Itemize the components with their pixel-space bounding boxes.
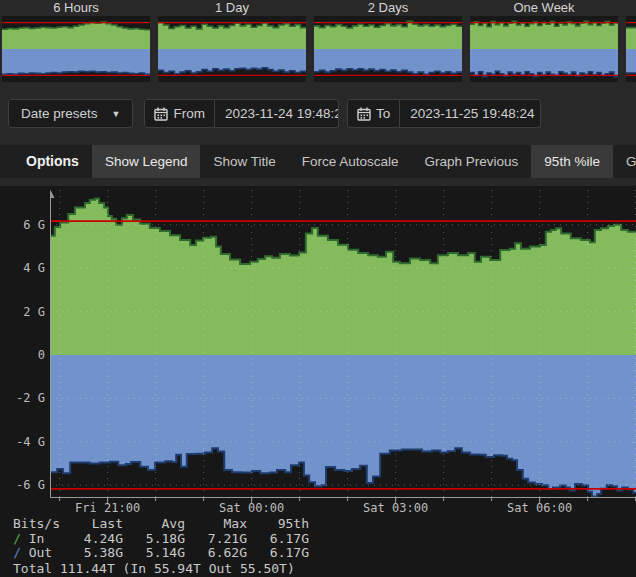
thumbnail-title: 1 Day	[158, 0, 306, 16]
legend-value: 5.14G	[123, 546, 185, 561]
x-tick-label: Sat 03:00	[351, 502, 441, 515]
thumbnail-title: One Week	[470, 0, 618, 16]
y-tick-label: 2 G	[0, 305, 45, 319]
traffic-graph-panel: 6 G4 G2 G0-2 G-4 G-6 G Fri 21:00Sat 00:0…	[0, 186, 636, 577]
thumbnail-title: 2 Days	[314, 0, 462, 16]
legend-row-in: / In4.24G5.18G7.21G6.17G	[13, 532, 309, 547]
y-tick-label: 6 G	[0, 218, 45, 232]
from-date-button[interactable]: From	[144, 99, 215, 128]
option-graph-previous[interactable]: Graph Previous	[412, 145, 532, 178]
calendar-icon	[357, 107, 371, 121]
from-date-input[interactable]: 2023-11-24 19:48:2	[215, 99, 339, 128]
options-items: Show LegendShow TitleForce AutoscaleGrap…	[92, 145, 636, 178]
legend-value: 6.17G	[247, 532, 309, 547]
y-tick-label: -4 G	[0, 435, 45, 449]
thumbnail-title: 6 Hours	[2, 0, 150, 16]
chevron-down-icon: ▼	[112, 109, 121, 119]
options-title: Options	[13, 145, 92, 178]
y-tick-label: -6 G	[0, 478, 45, 492]
date-presets-button[interactable]: Date presets ▼	[8, 99, 133, 128]
option-show-title[interactable]: Show Title	[200, 145, 288, 178]
thumbnail-group-1-day: 1 Day	[158, 0, 306, 82]
date-presets-label: Date presets	[21, 106, 98, 121]
legend-row-out: / Out5.38G5.14G6.62G6.17G	[13, 546, 309, 561]
to-date-button[interactable]: To	[347, 99, 400, 128]
legend-unit: Bits/s	[13, 517, 63, 532]
thumbnail-group-partial	[626, 0, 636, 82]
legend-value: 7.21G	[185, 532, 247, 547]
calendar-icon	[154, 107, 168, 121]
x-tick-label: Sat 00:00	[207, 502, 297, 515]
legend-value: 5.38G	[63, 546, 123, 561]
y-tick-label: 0	[0, 348, 45, 362]
legend-col-avg: Avg	[123, 517, 185, 532]
y-tick-label: -2 G	[0, 391, 45, 405]
legend-col-max: Max	[185, 517, 247, 532]
thumbnail-graph[interactable]	[626, 16, 636, 82]
option-graph-trend[interactable]: Graph Trend	[613, 145, 636, 178]
thumbnail-graph[interactable]	[158, 16, 306, 82]
legend-value: 6.62G	[185, 546, 247, 561]
options-bar: Options Show LegendShow TitleForce Autos…	[0, 145, 636, 178]
traffic-graph-plot[interactable]	[50, 190, 636, 510]
legend-col-95th: 95th	[247, 517, 309, 532]
in-series-marker: /	[13, 531, 29, 546]
legend-header-row: Bits/s Last Avg Max 95th	[13, 517, 309, 532]
x-tick-label: Sat 06:00	[495, 502, 585, 515]
to-date-input[interactable]: 2023-11-25 19:48:24	[400, 99, 541, 128]
x-tick-label: Fri 21:00	[63, 502, 153, 515]
thumbnail-group-2-days: 2 Days	[314, 0, 462, 82]
to-date-group: To 2023-11-25 19:48:24	[347, 99, 541, 128]
legend-value: 4.24G	[63, 532, 123, 547]
option-show-legend[interactable]: Show Legend	[92, 145, 201, 178]
legend-series-name: Out	[29, 545, 52, 560]
y-tick-label: 4 G	[0, 261, 45, 275]
graph-legend: Bits/s Last Avg Max 95th / In4.24G5.18G7…	[13, 517, 309, 576]
legend-total: Total 111.44T (In 55.94T Out 55.50T)	[13, 561, 309, 576]
legend-col-last: Last	[63, 517, 123, 532]
date-bar: Date presets ▼ From 2023-11-24 19:48:2 T…	[8, 99, 549, 128]
from-label: From	[173, 106, 205, 121]
option-force-autoscale[interactable]: Force Autoscale	[289, 145, 412, 178]
legend-value: 5.18G	[123, 532, 185, 547]
legend-series-name: In	[29, 531, 45, 546]
from-date-group: From 2023-11-24 19:48:2	[144, 99, 339, 128]
thumbnail-graph[interactable]	[314, 16, 462, 82]
thumbnail-title	[626, 0, 636, 16]
thumbnail-group-6-hours: 6 Hours	[2, 0, 150, 82]
out-series-marker: /	[13, 545, 29, 560]
thumbnail-group-one-week: One Week	[470, 0, 618, 82]
option-95th-ile[interactable]: 95th %ile	[531, 145, 613, 178]
thumbnail-graph[interactable]	[470, 16, 618, 82]
thumbnail-graph[interactable]	[2, 16, 150, 82]
network-graph-page: { "date_bar": { "presets_label": "Date p…	[0, 0, 636, 577]
to-label: To	[376, 106, 390, 121]
legend-value: 6.17G	[247, 546, 309, 561]
